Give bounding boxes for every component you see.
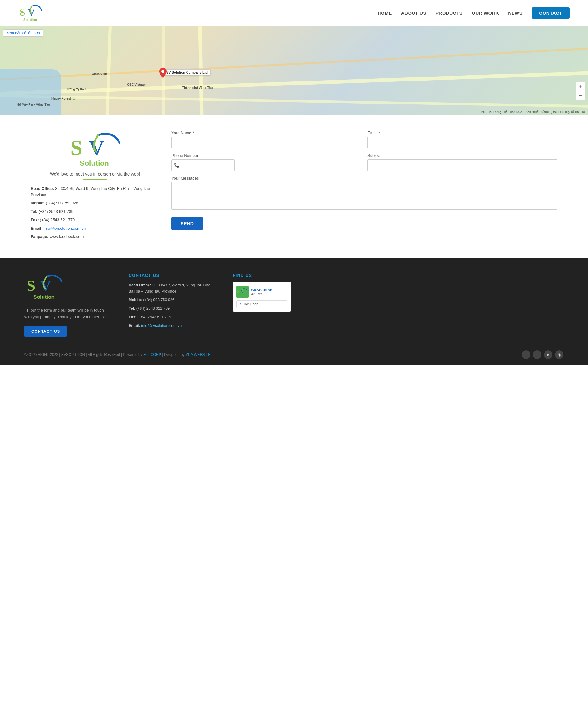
map-place-osc-vietnam: OSC Vietnam — [127, 83, 146, 86]
phone-input[interactable] — [171, 159, 235, 171]
header: S V Solution HOME ABOUT US PRODUCTS OUR … — [0, 0, 588, 26]
footer-email-label: Email: — [129, 323, 140, 328]
nav-about[interactable]: ABOUT US — [401, 10, 426, 16]
fb-name: SVSolution — [251, 288, 272, 292]
footer-email-value: info@svsolution.com.vn — [141, 323, 182, 328]
fanpage-value: www.facebook.com — [49, 234, 84, 239]
footer-top: S V Solution Fill out the form and our t… — [24, 273, 564, 346]
tel-value: (+84) 2543 621 789 — [38, 209, 74, 214]
nav-our-work[interactable]: OUR WORK — [472, 10, 499, 16]
svg-text:Solution: Solution — [80, 159, 109, 167]
name-label: Your Name * — [171, 131, 361, 135]
messages-textarea[interactable] — [171, 182, 557, 210]
contact-head-office: Head Office: 35 30/4 St, Ward 9, Vung Ta… — [31, 186, 159, 198]
svg-text:S: S — [20, 6, 25, 18]
fax-value: (+84) 2543 621 779 — [40, 218, 75, 222]
footer-tagline: Fill out the form and our team will be i… — [24, 307, 110, 320]
footer-contact-title: CONTACT US — [129, 273, 215, 278]
subject-input[interactable] — [367, 159, 557, 171]
svg-text:S: S — [237, 289, 240, 294]
footer-head-office: Head Office: 35 30/4 St, Ward 9, Vung Ta… — [129, 282, 215, 294]
footer-tel-value: (+84) 2543 621 789 — [136, 306, 170, 311]
facebook-widget: S V SVSolution 42 likes f Like Page — [233, 282, 291, 312]
footer-social: f t ▶ ◉ — [522, 350, 564, 359]
fb-likes: 42 likes — [251, 292, 272, 296]
contact-fanpage: Fanpage: www.facebook.com — [31, 234, 159, 240]
fanpage-label: Fanpage: — [31, 234, 49, 239]
footer-head-office-label: Head Office: — [129, 283, 151, 287]
send-button[interactable]: SEND — [171, 218, 203, 230]
nav-contact-button[interactable]: CONTACT — [532, 7, 570, 19]
footer-find-us-title: FIND US — [233, 273, 564, 278]
contact-underline — [83, 179, 107, 179]
map-place-happy-forest: Happy Forest 🍃 — [52, 97, 76, 100]
fb-widget-header: S V SVSolution 42 likes — [236, 286, 287, 298]
twitter-social-icon[interactable]: t — [533, 350, 541, 359]
contact-form: Your Name * Email * Phone Number 📞 Subje… — [171, 131, 557, 230]
nav-products[interactable]: PRODUCTS — [435, 10, 463, 16]
form-row-1: Your Name * Email * — [171, 131, 557, 148]
footer-bottom: ©COPYRIGHT 2022 | SVSOLUTION | All Right… — [24, 346, 564, 359]
email-field-label: Email * — [367, 131, 557, 135]
tel-label: Tel: — [31, 209, 37, 214]
footer-mobile-value: (+84) 903 750 926 — [143, 298, 175, 302]
designed-by-link[interactable]: VUA WEBSITE — [186, 353, 211, 357]
name-input[interactable] — [171, 137, 361, 148]
phone-label: Phone Number — [171, 153, 361, 158]
map-zoom-out[interactable]: − — [576, 91, 585, 99]
messages-label: Your Messages — [171, 176, 557, 180]
form-group-name: Your Name * — [171, 131, 361, 148]
footer-fax-value: (+84) 2543 621 779 — [138, 315, 171, 319]
svg-text:Solution: Solution — [33, 294, 55, 300]
form-group-subject: Subject — [367, 153, 557, 171]
phone-input-wrap: 📞 — [171, 159, 361, 171]
footer-mobile: Mobile: (+84) 903 750 926 — [129, 297, 215, 303]
nav-home[interactable]: HOME — [377, 10, 392, 16]
map-place-ho-may: Hồ Mây Park Vũng Tàu — [17, 103, 50, 106]
map-view-larger[interactable]: Xem bản đồ lớn hơn — [3, 29, 43, 37]
instagram-social-icon[interactable]: ◉ — [555, 350, 564, 359]
logo: S V Solution — [18, 3, 43, 23]
footer-fax: Fax: (+84) 2543 621 779 — [129, 314, 215, 320]
fax-label: Fax: — [31, 218, 39, 222]
footer-copyright: ©COPYRIGHT 2022 | SVSOLUTION | All Right… — [24, 353, 211, 357]
facebook-social-icon[interactable]: f — [522, 350, 530, 359]
svg-text:Solution: Solution — [23, 18, 37, 21]
map-zoom-in[interactable]: + — [576, 82, 585, 91]
youtube-social-icon[interactable]: ▶ — [544, 350, 553, 359]
footer-mobile-label: Mobile: — [129, 298, 142, 302]
svg-text:V: V — [27, 6, 35, 18]
form-group-email: Email * — [367, 131, 557, 148]
footer-fax-label: Fax: — [129, 315, 137, 319]
map-place-chua-vinh: Chùa Vinh — [92, 72, 107, 76]
powered-by-link[interactable]: 360 CORP — [143, 353, 161, 357]
mobile-label: Mobile: — [31, 201, 45, 205]
footer: S V Solution Fill out the form and our t… — [0, 258, 588, 365]
nav-news[interactable]: NEWS — [508, 10, 522, 16]
fb-like-button[interactable]: f Like Page — [236, 301, 287, 308]
svg-text:S: S — [27, 277, 35, 294]
facebook-icon: f — [240, 302, 241, 306]
mobile-value: (+84) 903 750 926 — [46, 201, 78, 205]
contact-info: Head Office: 35 30/4 St, Ward 9, Vung Ta… — [31, 186, 159, 242]
contact-logo: S V Solution — [67, 131, 122, 171]
phone-icon: 📞 — [174, 163, 179, 168]
email-input[interactable] — [367, 137, 557, 148]
footer-tel-label: Tel: — [129, 306, 135, 311]
footer-col-contact: CONTACT US Head Office: 35 30/4 St, Ward… — [129, 273, 215, 337]
contact-tel: Tel: (+84) 2543 621 789 — [31, 209, 159, 215]
map-place-vt: Thành phố Vũng Tàu — [182, 86, 213, 89]
map-sv-label: SV Solution Company Ltd — [164, 69, 210, 75]
contact-mobile: Mobile: (+84) 903 750 926 — [31, 200, 159, 206]
contact-tagline: We'd love to meet you in person or via t… — [50, 171, 140, 176]
footer-contact-us-button[interactable]: CONTACT US — [24, 326, 67, 337]
form-group-messages: Your Messages — [171, 176, 557, 210]
form-group-phone: Phone Number 📞 — [171, 153, 361, 171]
map-zoom-controls: + − — [576, 82, 585, 100]
contact-section: S V Solution We'd love to meet you in pe… — [0, 115, 588, 258]
form-row-2: Phone Number 📞 Subject — [171, 153, 557, 171]
map-place-rung: Rừng Vị Ba II — [67, 88, 86, 91]
contact-email: Email: info@svsolution.com.vn — [31, 225, 159, 232]
svg-text:S: S — [70, 136, 82, 160]
svg-point-3 — [161, 70, 164, 73]
